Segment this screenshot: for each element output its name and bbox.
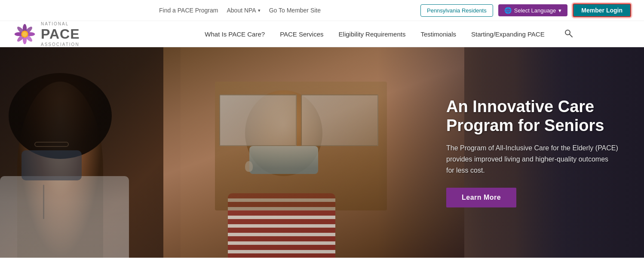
svg-point-9 bbox=[22, 32, 27, 37]
top-bar: Find a PACE Program About NPA Go To Memb… bbox=[0, 0, 644, 21]
main-nav: What Is PACE Care? PACE Services Eligibi… bbox=[146, 29, 631, 40]
logo-national: NATIONAL bbox=[41, 21, 80, 26]
hero-content: An Innovative Care Program for Seniors T… bbox=[446, 97, 618, 207]
nav-testimonials[interactable]: Testimonials bbox=[420, 30, 456, 38]
nav-bar: NATIONAL PACE ASSOCIATION What Is PACE C… bbox=[0, 21, 644, 47]
chevron-down-icon: ▾ bbox=[558, 7, 561, 14]
nav-eligibility[interactable]: Eligibility Requirements bbox=[339, 30, 406, 38]
go-to-member-link[interactable]: Go To Member Site bbox=[269, 7, 321, 14]
nav-starting-expanding[interactable]: Starting/Expanding PACE bbox=[471, 30, 545, 38]
top-bar-links: Find a PACE Program About NPA Go To Memb… bbox=[159, 7, 321, 14]
svg-line-11 bbox=[570, 34, 572, 37]
find-pace-link[interactable]: Find a PACE Program bbox=[159, 7, 218, 14]
select-language-button[interactable]: 🌐 Select Language ▾ bbox=[498, 4, 568, 16]
cabinet-glass-2 bbox=[301, 94, 378, 146]
about-npa-link[interactable]: About NPA bbox=[227, 7, 260, 14]
member-login-button[interactable]: Member Login bbox=[573, 3, 631, 17]
nav-what-is-pace[interactable]: What Is PACE Care? bbox=[205, 30, 265, 38]
pace-logo-icon bbox=[13, 22, 37, 46]
logo-pace: PACE bbox=[41, 26, 80, 42]
hero-section: An Innovative Care Program for Seniors T… bbox=[0, 47, 644, 258]
cabinet-glass bbox=[219, 94, 297, 146]
search-icon bbox=[564, 29, 573, 37]
header: Find a PACE Program About NPA Go To Memb… bbox=[0, 0, 644, 47]
logo[interactable]: NATIONAL PACE ASSOCIATION bbox=[13, 21, 146, 47]
hero-title: An Innovative Care Program for Seniors bbox=[446, 97, 618, 135]
globe-icon: 🌐 bbox=[504, 7, 512, 14]
hero-left-person bbox=[0, 47, 181, 258]
logo-association: ASSOCIATION bbox=[41, 42, 80, 47]
learn-more-button[interactable]: Learn More bbox=[446, 188, 516, 207]
nav-pace-services[interactable]: PACE Services bbox=[280, 30, 323, 38]
logo-text: NATIONAL PACE ASSOCIATION bbox=[41, 21, 80, 47]
search-button[interactable] bbox=[564, 29, 573, 40]
hero-description: The Program of All-Inclusive Care for th… bbox=[446, 143, 618, 176]
pa-residents-button[interactable]: Pennsylvania Residents bbox=[420, 4, 493, 17]
